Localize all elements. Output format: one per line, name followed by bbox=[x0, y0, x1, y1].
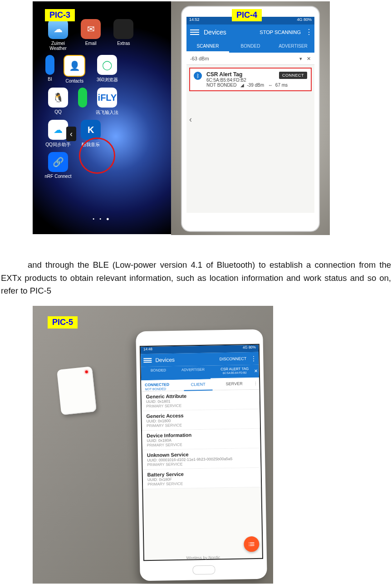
app-icon bbox=[45, 55, 54, 75]
app-cut2[interactable] bbox=[77, 88, 88, 109]
pic5-label: PIC-5 bbox=[48, 316, 78, 329]
page-indicator: • • ● bbox=[33, 216, 171, 221]
pic4-label: PIC-4 bbox=[232, 9, 262, 21]
pic4-container: PIC-4 14:52 4G 80% Devices STOP SCANNING… bbox=[171, 1, 330, 235]
list-icon bbox=[248, 540, 255, 548]
music-icon: K bbox=[81, 120, 101, 140]
pic5-phone-frame: 14:48 4G 80% Devices DISCONNECT ⋮ BONDED… bbox=[136, 329, 267, 581]
app-nrf-connect[interactable]: 🔗nRF Connect bbox=[44, 152, 72, 179]
menu-icon[interactable] bbox=[143, 358, 152, 363]
interval-icon: ↔ bbox=[268, 83, 273, 88]
app-ifly[interactable]: iFLY讯飞输入法 bbox=[93, 88, 121, 116]
folder-icon bbox=[113, 19, 133, 39]
app-icon bbox=[78, 88, 87, 108]
body-paragraph: and through the BLE (Low-power version 4… bbox=[1, 259, 391, 298]
service-item[interactable]: Unknown ServiceUUID: 00001016-d102-11e1-… bbox=[142, 448, 261, 470]
overflow-icon[interactable]: ⋮ bbox=[252, 378, 260, 389]
device-tabs: BONDED ADVERTISER CSR ALERT TAG6C:5A:B5:… bbox=[141, 365, 259, 381]
tab-csr-alert-tag[interactable]: CSR ALERT TAG6C:5A:B5:84:FD:B2 ✕ bbox=[210, 365, 259, 379]
ifly-icon: iFLY bbox=[97, 88, 117, 108]
link-icon: 🔗 bbox=[48, 152, 68, 172]
pic4-phone-frame: 14:52 4G 80% Devices STOP SCANNING ⋮ SCA… bbox=[181, 6, 320, 232]
device-bond-status: NOT BONDED bbox=[206, 83, 237, 88]
app-title: Devices bbox=[204, 29, 260, 36]
home-button[interactable] bbox=[192, 565, 215, 575]
app-weather[interactable]: ☁Zuimei Weather bbox=[44, 19, 72, 51]
menu-icon[interactable] bbox=[190, 29, 199, 35]
app-email[interactable]: ✉Email bbox=[77, 19, 104, 46]
overflow-icon[interactable]: ⋮ bbox=[250, 355, 257, 362]
tab-bonded[interactable]: BONDED bbox=[141, 366, 176, 380]
disconnect-button[interactable]: DISCONNECT bbox=[220, 356, 247, 361]
sync-icon: ☁ bbox=[48, 120, 68, 140]
app-bar: Devices DISCONNECT ⋮ bbox=[141, 352, 259, 367]
filter-bar: -63 dBm ▾ ✕ bbox=[186, 53, 314, 65]
subtab-server[interactable]: SERVER bbox=[216, 378, 252, 390]
close-icon[interactable]: ✕ bbox=[254, 368, 258, 374]
filter-rssi: -63 dBm bbox=[190, 56, 209, 61]
pic3-phone: ☁Zuimei Weather ✉Email Extras BI 👤Contac… bbox=[33, 1, 171, 234]
app-360[interactable]: ◯360浏览器 bbox=[93, 55, 121, 83]
app-qq[interactable]: 🐧QQ bbox=[44, 88, 72, 114]
stop-scanning-button[interactable]: STOP SCANNING bbox=[260, 29, 301, 35]
tab-scanner[interactable]: SCANNER bbox=[186, 40, 229, 53]
service-list: Generic AttributeUUID: 0x1801PRIMARY SER… bbox=[142, 390, 261, 490]
service-item[interactable]: Battery ServiceUUID: 0x180FPRIMARY SERVI… bbox=[143, 468, 261, 490]
device-card[interactable]: ᛒ CONNECT CSR Alert Tag 6C:5A:B5:84:FD:B… bbox=[189, 68, 312, 91]
app-cut[interactable]: BI bbox=[44, 55, 55, 82]
ble-device-photo bbox=[57, 366, 97, 415]
status-time: 14:52 bbox=[189, 17, 200, 24]
app-contacts[interactable]: 👤Contacts bbox=[61, 55, 88, 83]
pic5-screen: 14:48 4G 80% Devices DISCONNECT ⋮ BONDED… bbox=[140, 344, 263, 561]
connection-status: CONNECTEDNOT BONDED bbox=[141, 380, 180, 391]
close-icon[interactable]: ✕ bbox=[307, 56, 311, 62]
qq-icon: 🐧 bbox=[48, 88, 68, 108]
status-right: 4G 80% bbox=[297, 17, 312, 24]
tab-bonded[interactable]: BONDED bbox=[229, 40, 272, 53]
cloud-icon: ☁ bbox=[48, 19, 68, 39]
pic3-container: PIC-3 ☁Zuimei Weather ✉Email Extras BI 👤… bbox=[33, 1, 171, 235]
back-chevron-icon[interactable]: ‹ bbox=[66, 127, 76, 141]
tab-advertiser[interactable]: ADVERTISER bbox=[176, 366, 211, 380]
browser-icon: ◯ bbox=[97, 55, 117, 75]
service-item[interactable]: Device InformationUUID: 0x180APRIMARY SE… bbox=[142, 429, 260, 451]
tab-advertiser[interactable]: ADVERTISER bbox=[272, 40, 314, 53]
connect-button[interactable]: CONNECT bbox=[279, 72, 307, 79]
service-item[interactable]: Generic AttributeUUID: 0x1801PRIMARY SER… bbox=[142, 390, 260, 412]
app-title: Devices bbox=[155, 356, 220, 363]
service-item[interactable]: Generic AccessUUID: 0x1800PRIMARY SERVIC… bbox=[142, 409, 260, 431]
figure-row-top: PIC-3 ☁Zuimei Weather ✉Email Extras BI 👤… bbox=[33, 1, 392, 235]
pic5-container: PIC-5 14:48 4G 80% Devices DISCONNECT ⋮ … bbox=[33, 306, 273, 584]
signal-icon: ◢ bbox=[240, 83, 244, 88]
bluetooth-icon: ᛒ bbox=[194, 72, 202, 80]
pic4-screen: 14:52 4G 80% Devices STOP SCANNING ⋮ SCA… bbox=[186, 17, 314, 213]
status-right: 4G 80% bbox=[243, 345, 256, 352]
chevron-left-icon[interactable]: ‹ bbox=[189, 115, 192, 124]
status-time: 14:48 bbox=[143, 347, 152, 353]
tabs: SCANNER BONDED ADVERTISER bbox=[186, 40, 314, 53]
app-bar: Devices STOP SCANNING ⋮ bbox=[186, 25, 314, 40]
app-extras[interactable]: Extras bbox=[110, 19, 137, 46]
email-icon: ✉ bbox=[81, 19, 101, 39]
chevron-down-icon[interactable]: ▾ bbox=[299, 56, 302, 62]
device-interval: 67 ms bbox=[275, 83, 288, 88]
overflow-icon[interactable]: ⋮ bbox=[305, 30, 313, 34]
device-rssi: -39 dBm bbox=[247, 83, 264, 88]
pic3-label: PIC-3 bbox=[45, 9, 75, 21]
contacts-icon: 👤 bbox=[64, 55, 85, 77]
highlight-ring bbox=[79, 137, 115, 174]
subtab-client[interactable]: CLIENT bbox=[180, 379, 216, 390]
